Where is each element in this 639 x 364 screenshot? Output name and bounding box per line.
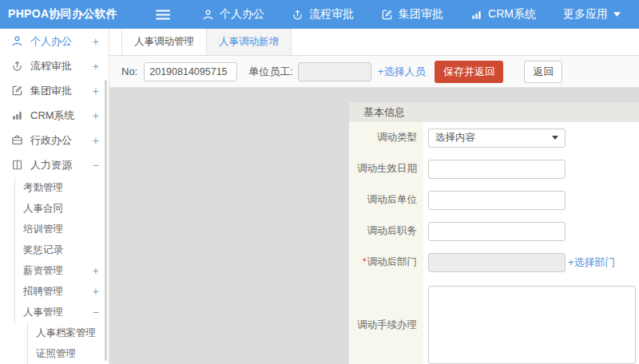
back-button[interactable]: 返回: [524, 61, 562, 83]
topnav-personal-office[interactable]: 个人办公: [202, 7, 264, 22]
topnav-label: 更多应用: [563, 7, 608, 22]
topnav-label: 流程审批: [309, 7, 354, 22]
field-label-new-position: 调动后职务: [349, 224, 423, 238]
bar-chart-icon: [470, 9, 482, 21]
no-label: No:: [121, 65, 137, 77]
topnav-workflow-approval[interactable]: 流程审批: [292, 7, 354, 22]
sidebar-item-human-resources[interactable]: 人力资源−: [0, 152, 109, 177]
app-logo-title: PHPOA协同办公软件: [0, 7, 117, 22]
transfer-procedure-textarea[interactable]: [428, 286, 636, 364]
topnav-label: CRM系统: [488, 7, 536, 22]
required-asterisk: *: [363, 256, 367, 267]
process-icon: [11, 60, 23, 72]
form-row-new-department: *调动后部门+选择部门: [349, 247, 639, 278]
new-unit-input[interactable]: [428, 191, 566, 210]
sidebar-item-label: 考勤管理: [23, 181, 99, 195]
sidebar-item-label: 人力资源: [30, 158, 89, 172]
tab-personnel-transfer-mgmt[interactable]: 人事调动管理: [121, 29, 207, 55]
sidebar-item-label: CRM系统: [30, 109, 89, 123]
sidebar-item-label: 人事档案管理: [36, 326, 99, 340]
form-toolbar: No: 单位员工: +选择人员 保存并返回 返回: [109, 56, 639, 88]
sidebar-item-workflow-approval[interactable]: 流程审批+: [0, 53, 109, 78]
bar-chart-icon: [11, 109, 23, 121]
expand-toggle[interactable]: +: [93, 285, 99, 298]
process-icon: [292, 9, 304, 21]
expand-toggle[interactable]: +: [93, 35, 99, 48]
book-icon: [11, 159, 23, 171]
sidebar-item-label: 薪资管理: [23, 264, 89, 278]
employee-input[interactable]: [298, 62, 371, 81]
new-department-input[interactable]: [428, 253, 566, 272]
transfer-type-select[interactable]: 选择内容: [428, 129, 566, 148]
sidebar-item-admin-office[interactable]: 行政办公+: [0, 128, 109, 152]
expand-toggle[interactable]: +: [93, 60, 99, 73]
user-icon: [11, 35, 23, 47]
sidebar-item-label: 人事合同: [23, 202, 99, 216]
sidebar-item-certificate-mgmt[interactable]: 证照管理: [27, 343, 109, 364]
sidebar-item-personnel-file-mgmt[interactable]: 人事档案管理: [27, 322, 109, 343]
sidebar-item-label: 个人办公: [30, 34, 89, 49]
sidebar-item-reward-punishment[interactable]: 奖惩记录: [14, 239, 109, 260]
expand-toggle[interactable]: +: [93, 264, 99, 277]
sidebar-item-recruitment-mgmt[interactable]: 招聘管理+: [14, 281, 109, 302]
tab-label: 人事调动新增: [219, 35, 279, 49]
select-person-link[interactable]: +选择人员: [378, 65, 426, 79]
form-row-new-position: 调动后职务: [349, 216, 639, 247]
sidebar-item-personnel-mgmt[interactable]: 人事管理−: [14, 302, 109, 322]
sidebar-item-attendance-mgmt[interactable]: 考勤管理: [14, 177, 109, 198]
sidebar-item-label: 人事管理: [23, 306, 89, 319]
form-row-transfer-procedure: 调动手续办理: [349, 278, 639, 364]
form-row-transfer-type: 调动类型选择内容: [349, 122, 639, 153]
sidebar: 个人办公+流程审批+集团审批+CRM系统+行政办公+人力资源−考勤管理人事合同培…: [0, 29, 109, 364]
sidebar-item-crm-system[interactable]: CRM系统+: [0, 103, 109, 128]
expand-toggle[interactable]: −: [93, 306, 99, 318]
expand-toggle[interactable]: +: [93, 134, 99, 147]
expand-toggle[interactable]: +: [93, 85, 99, 97]
caret-down-icon: [613, 12, 621, 17]
basic-info-panel: 基本信息 调动类型选择内容调动生效日期调动后单位调动后职务*调动后部门+选择部门…: [349, 102, 639, 364]
sidebar-item-training-mgmt[interactable]: 培训管理: [14, 219, 109, 239]
tab-bar: 人事调动管理人事调动新增: [109, 29, 639, 56]
sidebar-item-label: 集团审批: [30, 84, 89, 98]
no-input[interactable]: [144, 62, 237, 81]
field-label-transfer-procedure: 调动手续办理: [349, 318, 423, 332]
sidebar-item-personal-office[interactable]: 个人办公+: [0, 29, 109, 53]
sidebar-item-salary-mgmt[interactable]: 薪资管理+: [14, 260, 109, 281]
sidebar-item-group-approval[interactable]: 集团审批+: [0, 78, 109, 103]
sidebar-item-label: 招聘管理: [23, 285, 89, 299]
sidebar-item-label: 奖惩记录: [23, 243, 99, 257]
form-row-new-unit: 调动后单位: [349, 184, 639, 216]
tab-personnel-transfer-new[interactable]: 人事调动新增: [207, 29, 292, 55]
sidebar-item-label: 培训管理: [23, 223, 99, 236]
user-icon: [202, 9, 214, 21]
select-department-link[interactable]: +选择部门: [568, 255, 616, 270]
top-navigation: 个人办公流程审批集团审批CRM系统更多应用: [202, 7, 621, 22]
sidebar-scrollbar[interactable]: [105, 80, 107, 361]
topnav-label: 个人办公: [220, 7, 264, 22]
employee-label: 单位员工:: [248, 65, 293, 79]
sidebar-item-hr-contract[interactable]: 人事合同: [14, 198, 109, 219]
top-header-bar: PHPOA协同办公软件 个人办公流程审批集团审批CRM系统更多应用: [0, 0, 639, 29]
field-label-transfer-type: 调动类型: [349, 131, 423, 144]
expand-toggle[interactable]: +: [93, 109, 99, 122]
edit-square-icon: [11, 85, 23, 97]
sidebar-item-label: 行政办公: [30, 133, 89, 148]
topnav-crm-system[interactable]: CRM系统: [470, 7, 536, 22]
field-label-new-unit: 调动后单位: [349, 193, 423, 207]
save-and-return-button[interactable]: 保存并返回: [435, 61, 503, 83]
tab-label: 人事调动管理: [134, 35, 194, 49]
main-content: 人事调动管理人事调动新增 No: 单位员工: +选择人员 保存并返回 返回 基本…: [109, 29, 639, 364]
sidebar-item-label: 流程审批: [30, 59, 89, 73]
new-position-input[interactable]: [428, 222, 566, 241]
sidebar-item-label: 证照管理: [36, 347, 99, 361]
hamburger-menu-button[interactable]: [156, 10, 170, 20]
workspace: 基本信息 调动类型选择内容调动生效日期调动后单位调动后职务*调动后部门+选择部门…: [109, 88, 639, 364]
topnav-group-approval[interactable]: 集团审批: [381, 7, 443, 22]
effective-date-input[interactable]: [428, 160, 566, 179]
form-body: 调动类型选择内容调动生效日期调动后单位调动后职务*调动后部门+选择部门调动手续办…: [349, 122, 639, 364]
menu-icon: [156, 10, 170, 20]
expand-toggle[interactable]: −: [93, 159, 99, 172]
topnav-more-apps[interactable]: 更多应用: [563, 7, 621, 22]
form-row-effective-date: 调动生效日期: [349, 153, 639, 184]
field-label-new-department: *调动后部门: [349, 255, 423, 269]
